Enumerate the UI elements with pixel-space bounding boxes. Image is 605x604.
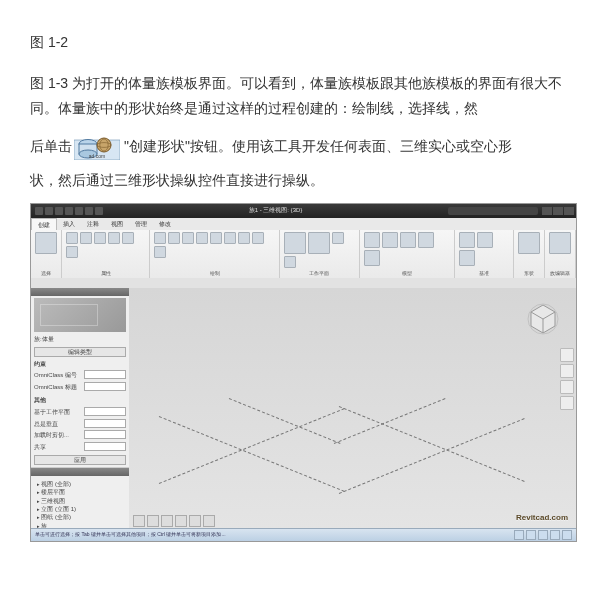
ribbon-button[interactable] [332, 232, 344, 244]
nav-wheel-icon[interactable] [560, 348, 574, 362]
ribbon-group: 工作平面 [280, 230, 361, 278]
ribbon-tab[interactable]: 插入 [57, 218, 81, 230]
reference-plane[interactable] [229, 398, 341, 444]
tree-node[interactable]: 楼层平面 [37, 488, 123, 496]
drawing-canvas[interactable]: Revitcad.com [129, 288, 576, 529]
ribbon-button[interactable] [224, 232, 236, 244]
ribbon-group: 选择 [31, 230, 62, 278]
ribbon-button[interactable] [252, 232, 264, 244]
paragraph-1: 图 1-3 为打开的体量族模板界面。可以看到，体量族模板跟其他族模板的界面有很大… [30, 71, 575, 121]
tree-node[interactable]: 视图 (全部) [37, 480, 123, 488]
ribbon-tab[interactable]: 注释 [81, 218, 105, 230]
ribbon-button[interactable] [108, 232, 120, 244]
ribbon-button[interactable] [122, 232, 134, 244]
detail-level-icon[interactable] [147, 515, 159, 527]
watermark-text: Revitcad.com [516, 511, 568, 525]
ribbon-tab[interactable]: 管理 [129, 218, 153, 230]
property-value[interactable] [84, 407, 126, 416]
ribbon-button[interactable] [284, 256, 296, 268]
property-key: 总是垂直 [34, 419, 84, 430]
property-key: 共享 [34, 442, 84, 453]
ribbon-button[interactable] [549, 232, 571, 254]
ribbon-button[interactable] [418, 232, 434, 248]
property-value[interactable] [84, 442, 126, 451]
quick-access-toolbar[interactable] [35, 207, 103, 215]
ribbon-button[interactable] [154, 246, 166, 258]
category-label: 族:体量 [34, 334, 126, 345]
ribbon-button[interactable] [238, 232, 250, 244]
qat-icon[interactable] [95, 207, 103, 215]
apply-button[interactable]: 应用 [34, 455, 126, 465]
orbit-icon[interactable] [560, 396, 574, 410]
ribbon-button[interactable] [182, 232, 194, 244]
ribbon-button[interactable] [154, 232, 166, 244]
status-icon[interactable] [550, 530, 560, 540]
status-icon[interactable] [562, 530, 572, 540]
ribbon-button[interactable] [459, 250, 475, 266]
tree-node[interactable]: 三维视图 [37, 497, 123, 505]
ribbon-group-label: 选择 [35, 271, 57, 276]
qat-icon[interactable] [75, 207, 83, 215]
ribbon-button[interactable] [35, 232, 57, 254]
property-value[interactable] [84, 430, 126, 439]
ribbon-button[interactable] [400, 232, 416, 248]
ribbon-tab[interactable]: 修改 [153, 218, 177, 230]
edit-type-button[interactable]: 编辑类型 [34, 347, 126, 357]
property-value[interactable] [84, 419, 126, 428]
crop-icon[interactable] [203, 515, 215, 527]
ribbon-button[interactable] [210, 232, 222, 244]
qat-icon[interactable] [35, 207, 43, 215]
status-icon[interactable] [538, 530, 548, 540]
qat-icon[interactable] [45, 207, 53, 215]
ribbon-group-label: 形状 [518, 271, 540, 276]
ribbon-group-label: 族编辑器 [549, 271, 571, 276]
window-title: 族1 - 三维视图: {3D} [103, 205, 448, 216]
title-bar: 族1 - 三维视图: {3D} [31, 204, 576, 218]
type-selector-thumb[interactable] [34, 298, 126, 332]
ribbon-button[interactable] [196, 232, 208, 244]
minimize-button[interactable] [542, 207, 552, 215]
ribbon-button[interactable] [66, 232, 78, 244]
shadows-icon[interactable] [189, 515, 201, 527]
ribbon-button[interactable] [477, 232, 493, 248]
sun-path-icon[interactable] [175, 515, 187, 527]
status-icon[interactable] [526, 530, 536, 540]
ribbon-tab[interactable]: 创建 [31, 218, 57, 230]
reference-plane[interactable] [159, 416, 345, 492]
ribbon-tab[interactable]: 视图 [105, 218, 129, 230]
visual-style-icon[interactable] [161, 515, 173, 527]
reference-plane[interactable] [159, 408, 345, 484]
reference-plane[interactable] [334, 398, 446, 444]
ribbon-button[interactable] [94, 232, 106, 244]
scale-icon[interactable] [133, 515, 145, 527]
maximize-button[interactable] [553, 207, 563, 215]
tree-node[interactable]: 立面 (立面 1) [37, 505, 123, 513]
ribbon-button[interactable] [364, 232, 380, 248]
ribbon-button[interactable] [364, 250, 380, 266]
ribbon-button[interactable] [80, 232, 92, 244]
ribbon-group-label: 工作平面 [284, 271, 356, 276]
property-value[interactable] [84, 370, 126, 379]
ribbon-button[interactable] [66, 246, 78, 258]
ribbon-button[interactable] [382, 232, 398, 248]
qat-icon[interactable] [65, 207, 73, 215]
qat-icon[interactable] [85, 207, 93, 215]
ribbon-button[interactable] [284, 232, 306, 254]
ribbon-button[interactable] [168, 232, 180, 244]
property-key: 基于工作平面 [34, 407, 84, 418]
close-button[interactable] [564, 207, 574, 215]
search-input[interactable] [448, 207, 538, 215]
ribbon-button[interactable] [459, 232, 475, 248]
reference-plane[interactable] [339, 406, 525, 482]
tree-node[interactable]: 图纸 (全部) [37, 513, 123, 521]
property-value[interactable] [84, 382, 126, 391]
window-buttons [542, 207, 574, 215]
pan-icon[interactable] [560, 364, 574, 378]
status-icon[interactable] [514, 530, 524, 540]
zoom-icon[interactable] [560, 380, 574, 394]
view-cube[interactable] [526, 302, 560, 336]
property-row: 基于工作平面 [34, 407, 126, 418]
qat-icon[interactable] [55, 207, 63, 215]
ribbon-button[interactable] [518, 232, 540, 254]
ribbon-button[interactable] [308, 232, 330, 254]
